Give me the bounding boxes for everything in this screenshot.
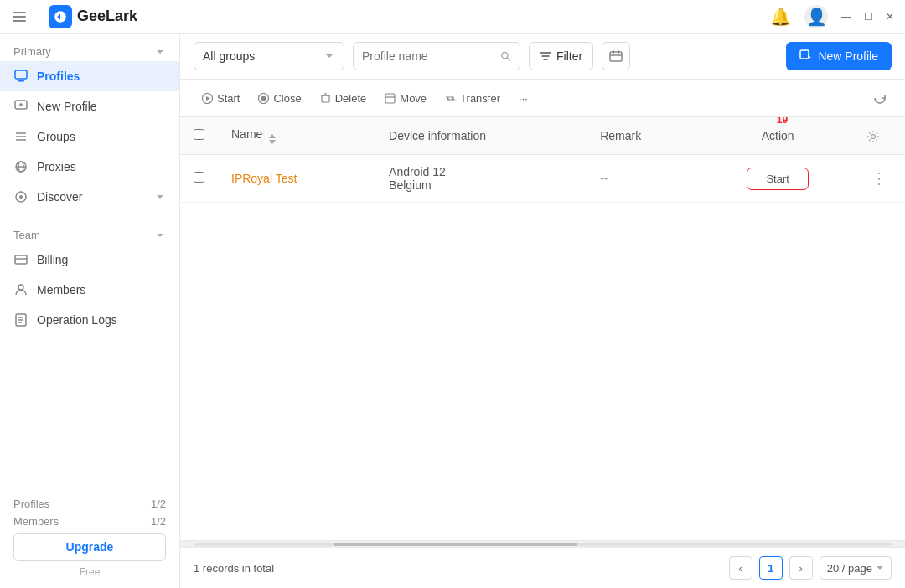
action-start-button[interactable]: Start bbox=[194, 88, 248, 109]
sidebar-team-label: Team bbox=[13, 229, 40, 241]
svg-rect-2 bbox=[13, 20, 26, 22]
transfer-icon bbox=[445, 93, 456, 104]
pagination-total: 1 records in total bbox=[194, 562, 274, 575]
sidebar-item-proxies[interactable]: Proxies bbox=[0, 152, 179, 182]
close-button[interactable]: ✕ bbox=[885, 12, 895, 22]
sidebar-item-members-label: Members bbox=[37, 283, 85, 297]
calendar-icon-button[interactable] bbox=[602, 42, 630, 70]
svg-point-23 bbox=[502, 53, 508, 59]
col-name: Name bbox=[218, 117, 375, 155]
upgrade-button[interactable]: Upgrade bbox=[13, 533, 166, 561]
sidebar-primary-header[interactable]: Primary bbox=[0, 39, 179, 61]
bell-icon[interactable]: 🔔 bbox=[770, 7, 791, 27]
sidebar-team-section: Team Billing Members Operation Logs bbox=[0, 217, 179, 340]
row-more-button[interactable]: ⋮ bbox=[866, 168, 892, 188]
profile-name-cell[interactable]: IPRoyal Test bbox=[231, 172, 297, 185]
per-page-label: 20 / page bbox=[827, 562, 872, 575]
filter-button[interactable]: Filter bbox=[529, 42, 593, 70]
scrollbar[interactable] bbox=[180, 540, 905, 547]
action-delete-button[interactable]: Delete bbox=[312, 88, 375, 109]
app-logo: GeeLark bbox=[49, 5, 137, 28]
svg-rect-25 bbox=[610, 52, 622, 61]
refresh-button[interactable] bbox=[868, 86, 892, 110]
action-start-label: Start bbox=[217, 92, 240, 105]
sidebar-members-value: 1/2 bbox=[151, 515, 166, 528]
table-settings-icon[interactable] bbox=[866, 128, 880, 142]
new-profile-icon bbox=[13, 99, 28, 114]
current-page[interactable]: 1 bbox=[759, 556, 783, 580]
sidebar-stats-members: Members 1/2 bbox=[13, 515, 166, 528]
per-page-chevron bbox=[876, 565, 884, 570]
svg-rect-34 bbox=[322, 95, 329, 102]
svg-point-15 bbox=[19, 195, 23, 199]
maximize-button[interactable]: ☐ bbox=[863, 12, 873, 22]
sidebar-item-groups[interactable]: Groups bbox=[0, 121, 179, 152]
sidebar-item-profiles-label: Profiles bbox=[37, 70, 80, 83]
action-more-button[interactable]: ··· bbox=[510, 88, 536, 109]
sidebar-primary-label: Primary bbox=[13, 45, 51, 58]
sidebar-item-discover-label: Discover bbox=[37, 190, 82, 204]
refresh-icon bbox=[873, 91, 887, 105]
discover-icon bbox=[13, 189, 28, 204]
sidebar: Primary Profiles New Profile Groups bbox=[0, 34, 180, 588]
svg-rect-33 bbox=[261, 96, 266, 101]
sidebar-toggle[interactable] bbox=[10, 8, 28, 26]
device-os-cell: Android 12 bbox=[389, 165, 573, 178]
proxies-icon bbox=[13, 159, 28, 174]
sidebar-item-operation-logs[interactable]: Operation Logs bbox=[0, 305, 179, 335]
sidebar-item-profiles[interactable]: Profiles bbox=[0, 61, 179, 91]
action-delete-label: Delete bbox=[335, 92, 367, 105]
action-bar: Start Close Delete Move Transfer ··· bbox=[180, 80, 905, 117]
new-profile-button[interactable]: New Profile bbox=[786, 42, 892, 70]
next-page-button[interactable]: › bbox=[789, 556, 813, 580]
sidebar-item-new-profile[interactable]: New Profile bbox=[0, 91, 179, 121]
action-transfer-button[interactable]: Transfer bbox=[437, 88, 509, 109]
action-close-button[interactable]: Close bbox=[250, 88, 309, 109]
action-more-label: ··· bbox=[519, 92, 528, 105]
sidebar-item-new-profile-label: New Profile bbox=[37, 100, 97, 113]
col-device: Device information bbox=[375, 117, 587, 155]
app-name: GeeLark bbox=[77, 8, 137, 25]
sidebar-item-members[interactable]: Members bbox=[0, 275, 179, 305]
stop-icon bbox=[258, 93, 269, 104]
sidebar-item-operation-logs-label: Operation Logs bbox=[37, 313, 117, 327]
per-page-select[interactable]: 20 / page bbox=[820, 556, 892, 580]
select-all-checkbox[interactable] bbox=[194, 129, 204, 140]
minimize-button[interactable]: — bbox=[841, 12, 851, 22]
device-location-cell: Belgium bbox=[389, 178, 573, 192]
delete-icon bbox=[320, 93, 331, 104]
sidebar-members-label: Members bbox=[13, 515, 59, 528]
sidebar-item-discover[interactable]: Discover bbox=[0, 182, 179, 212]
sidebar-item-billing[interactable]: Billing bbox=[0, 245, 179, 275]
profiles-icon bbox=[13, 69, 28, 84]
sidebar-team-header[interactable]: Team bbox=[0, 222, 179, 245]
action-move-button[interactable]: Move bbox=[376, 88, 435, 109]
action-move-label: Move bbox=[400, 92, 427, 105]
action-cell: Start bbox=[702, 155, 853, 203]
remark-cell: -- bbox=[600, 172, 608, 185]
col-action: Action 19 bbox=[702, 117, 853, 155]
table-row: IPRoyal Test Android 12 Belgium -- Start bbox=[180, 155, 905, 203]
svg-rect-1 bbox=[13, 16, 26, 18]
edit-icon bbox=[799, 49, 813, 63]
billing-icon bbox=[13, 252, 28, 267]
profiles-table: Name Device information Remark Action 19 bbox=[180, 117, 905, 540]
name-sort-icon[interactable] bbox=[269, 134, 276, 144]
svg-marker-31 bbox=[206, 96, 210, 101]
svg-line-24 bbox=[508, 58, 511, 61]
sidebar-primary-section: Primary Profiles New Profile Groups bbox=[0, 34, 179, 217]
svg-rect-16 bbox=[15, 255, 27, 264]
move-icon bbox=[385, 93, 396, 104]
operation-logs-icon bbox=[13, 312, 28, 328]
user-icon[interactable]: 👤 bbox=[804, 5, 828, 28]
toolbar: All groups Filter New Profile bbox=[180, 34, 905, 80]
search-input[interactable] bbox=[362, 49, 495, 63]
row-checkbox[interactable] bbox=[194, 172, 204, 183]
search-wrap bbox=[353, 42, 520, 70]
sidebar-profiles-label: Profiles bbox=[13, 498, 49, 510]
action-badge: 19 bbox=[777, 117, 788, 126]
group-select[interactable]: All groups bbox=[194, 42, 344, 70]
prev-page-button[interactable]: ‹ bbox=[729, 556, 752, 580]
sidebar-stats-profiles: Profiles 1/2 bbox=[13, 498, 166, 510]
row-start-button[interactable]: Start bbox=[747, 168, 808, 190]
